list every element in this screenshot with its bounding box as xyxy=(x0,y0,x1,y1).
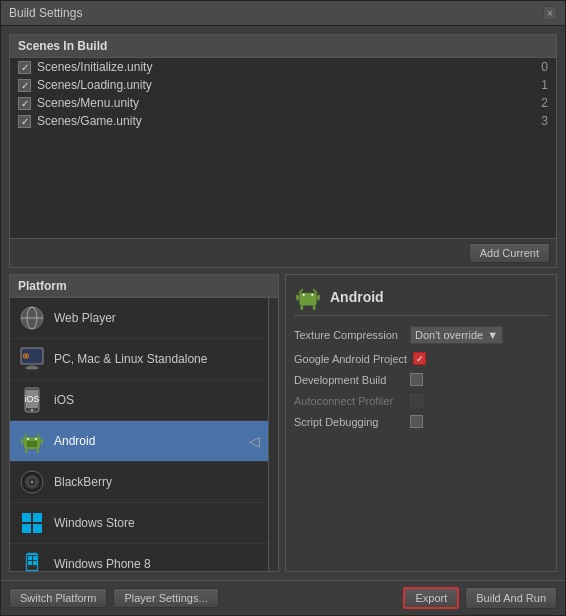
script-debugging-row: Script Debugging xyxy=(294,415,548,428)
svg-rect-19 xyxy=(21,439,24,444)
windows-phone-icon xyxy=(18,550,46,571)
pc-standalone-icon xyxy=(18,345,46,373)
svg-rect-33 xyxy=(28,556,32,560)
scene-checkbox-1[interactable] xyxy=(18,79,31,92)
add-current-button[interactable]: Add Current xyxy=(469,243,550,263)
svg-rect-30 xyxy=(33,524,42,533)
svg-point-16 xyxy=(35,438,37,440)
scene-checkbox-0[interactable] xyxy=(18,61,31,74)
scene-checkbox-3[interactable] xyxy=(18,115,31,128)
bottom-section: Platform Web Player xyxy=(9,274,557,572)
scene-name-3: Scenes/Game.unity xyxy=(37,114,142,128)
scene-checkbox-2[interactable] xyxy=(18,97,31,110)
window-title: Build Settings xyxy=(9,6,82,20)
title-bar: Build Settings × xyxy=(1,1,565,26)
footer: Switch Platform Player Settings... Expor… xyxy=(1,580,565,615)
scene-num-1: 1 xyxy=(541,78,548,92)
platform-label-android: Android xyxy=(54,434,241,448)
svg-line-40 xyxy=(299,289,302,292)
google-android-label: Google Android Project xyxy=(294,353,407,365)
ios-icon: iOS xyxy=(18,386,46,414)
add-current-row: Add Current xyxy=(10,238,556,267)
platform-label-windows-phone: Windows Phone 8 xyxy=(54,557,260,571)
svg-rect-21 xyxy=(25,449,28,453)
player-settings-button[interactable]: Player Settings... xyxy=(113,588,218,608)
settings-title: Android xyxy=(294,283,548,316)
svg-point-15 xyxy=(27,438,29,440)
android-settings-panel: Android Texture Compression Don't overri… xyxy=(285,274,557,572)
platform-label-blackberry: BlackBerry xyxy=(54,475,260,489)
svg-rect-42 xyxy=(296,295,299,300)
platform-item-web-player[interactable]: Web Player xyxy=(10,298,268,339)
svg-rect-43 xyxy=(317,295,320,300)
platform-header: Platform xyxy=(10,275,278,298)
close-button[interactable]: × xyxy=(543,6,557,20)
switch-platform-button[interactable]: Switch Platform xyxy=(9,588,107,608)
development-build-label: Development Build xyxy=(294,374,404,386)
svg-rect-22 xyxy=(37,449,40,453)
svg-rect-5 xyxy=(26,367,38,369)
svg-text:iOS: iOS xyxy=(24,394,39,404)
platform-list-container: Web Player xyxy=(10,298,278,571)
build-and-run-button[interactable]: Build And Run xyxy=(465,587,557,609)
platform-item-pc-standalone[interactable]: PC, Mac & Linux Standalone xyxy=(10,339,268,380)
platform-item-windows-store[interactable]: Windows Store xyxy=(10,503,268,544)
svg-point-39 xyxy=(311,294,313,296)
svg-line-17 xyxy=(24,434,27,437)
export-button[interactable]: Export xyxy=(403,587,459,609)
svg-rect-36 xyxy=(33,561,37,565)
texture-compression-value: Don't override xyxy=(415,329,483,341)
platform-item-ios[interactable]: iOS iOS xyxy=(10,380,268,421)
svg-point-7 xyxy=(23,353,29,359)
platform-item-blackberry[interactable]: BlackBerry xyxy=(10,462,268,503)
platform-label-windows-store: Windows Store xyxy=(54,516,260,530)
svg-line-41 xyxy=(313,289,316,292)
svg-rect-37 xyxy=(299,293,316,306)
dropdown-arrow-icon: ▼ xyxy=(487,329,498,341)
autoconnect-checkbox xyxy=(410,394,423,407)
development-build-checkbox[interactable] xyxy=(410,373,423,386)
development-build-row: Development Build xyxy=(294,373,548,386)
svg-line-18 xyxy=(37,434,40,437)
svg-rect-34 xyxy=(33,556,37,560)
web-player-icon xyxy=(18,304,46,332)
list-item: Scenes/Loading.unity 1 xyxy=(10,76,556,94)
platform-item-android[interactable]: Android ◁ xyxy=(10,421,268,462)
svg-point-38 xyxy=(303,294,305,296)
scene-num-2: 2 xyxy=(541,96,548,110)
svg-rect-14 xyxy=(27,441,37,447)
svg-point-26 xyxy=(31,481,34,484)
platform-scrollbar[interactable] xyxy=(268,298,278,571)
platform-panel: Platform Web Player xyxy=(9,274,279,572)
scene-name-1: Scenes/Loading.unity xyxy=(37,78,152,92)
svg-rect-29 xyxy=(22,524,31,533)
scene-num-3: 3 xyxy=(541,114,548,128)
list-item: Scenes/Initialize.unity 0 xyxy=(10,58,556,76)
scene-name-2: Scenes/Menu.unity xyxy=(37,96,139,110)
platform-label-pc-standalone: PC, Mac & Linux Standalone xyxy=(54,352,260,366)
footer-right: Export Build And Run xyxy=(403,587,557,609)
svg-rect-28 xyxy=(33,513,42,522)
scene-name-0: Scenes/Initialize.unity xyxy=(37,60,152,74)
google-android-row: Google Android Project xyxy=(294,352,548,365)
blackberry-icon xyxy=(18,468,46,496)
texture-compression-label: Texture Compression xyxy=(294,329,404,341)
footer-left: Switch Platform Player Settings... xyxy=(9,588,219,608)
svg-rect-44 xyxy=(300,306,303,310)
google-android-checkbox[interactable] xyxy=(413,352,426,365)
platform-list: Web Player xyxy=(10,298,268,571)
script-debugging-label: Script Debugging xyxy=(294,416,404,428)
platform-item-windows-phone[interactable]: Windows Phone 8 xyxy=(10,544,268,571)
svg-point-11 xyxy=(31,409,33,411)
main-content: Scenes In Build Scenes/Initialize.unity … xyxy=(1,26,565,580)
list-item: Scenes/Game.unity 3 xyxy=(10,112,556,130)
texture-compression-row: Texture Compression Don't override ▼ xyxy=(294,326,548,344)
svg-rect-4 xyxy=(29,364,35,367)
list-item: Scenes/Menu.unity 2 xyxy=(10,94,556,112)
platform-label-web-player: Web Player xyxy=(54,311,260,325)
texture-compression-dropdown[interactable]: Don't override ▼ xyxy=(410,326,503,344)
svg-rect-35 xyxy=(28,561,32,565)
build-settings-window: Build Settings × Scenes In Build Scenes/… xyxy=(0,0,566,616)
scenes-section: Scenes In Build Scenes/Initialize.unity … xyxy=(9,34,557,268)
script-debugging-checkbox[interactable] xyxy=(410,415,423,428)
